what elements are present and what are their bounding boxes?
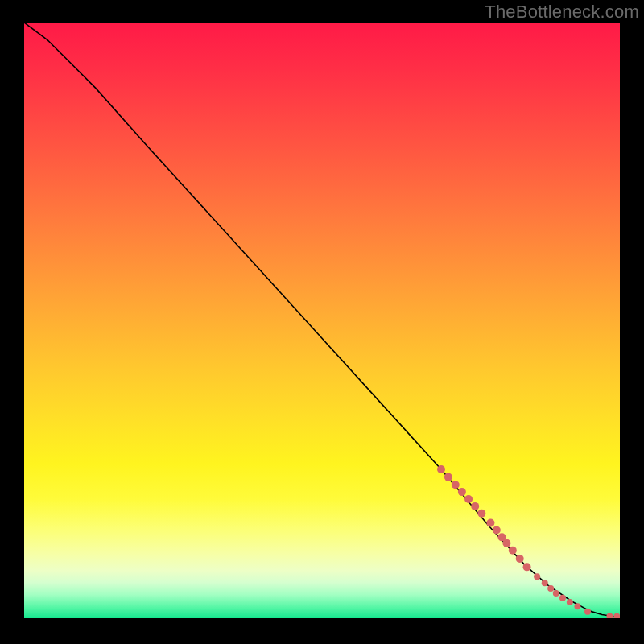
data-point bbox=[493, 526, 501, 534]
data-point bbox=[547, 585, 554, 592]
data-point bbox=[444, 473, 452, 481]
watermark-text: TheBottleneck.com bbox=[485, 2, 639, 23]
data-point bbox=[534, 573, 540, 580]
data-point bbox=[458, 488, 466, 496]
highlighted-points-group bbox=[437, 465, 620, 618]
data-point bbox=[553, 590, 559, 597]
data-point bbox=[477, 510, 485, 518]
data-point bbox=[452, 481, 460, 489]
data-point bbox=[486, 519, 494, 527]
data-point bbox=[567, 599, 573, 605]
data-point bbox=[464, 495, 473, 503]
plot-area bbox=[24, 23, 620, 618]
data-point bbox=[509, 547, 517, 555]
bottleneck-curve bbox=[24, 23, 620, 617]
data-point bbox=[613, 613, 620, 618]
data-point bbox=[574, 603, 580, 609]
data-point bbox=[437, 465, 445, 473]
data-point bbox=[584, 609, 591, 615]
chart-svg bbox=[24, 23, 620, 618]
chart-frame: TheBottleneck.com bbox=[0, 0, 644, 644]
data-point bbox=[559, 595, 566, 601]
data-point bbox=[606, 613, 613, 618]
data-point bbox=[523, 563, 531, 571]
data-point bbox=[542, 580, 548, 586]
data-point bbox=[502, 539, 510, 547]
data-point bbox=[516, 555, 524, 563]
data-point bbox=[471, 502, 479, 510]
